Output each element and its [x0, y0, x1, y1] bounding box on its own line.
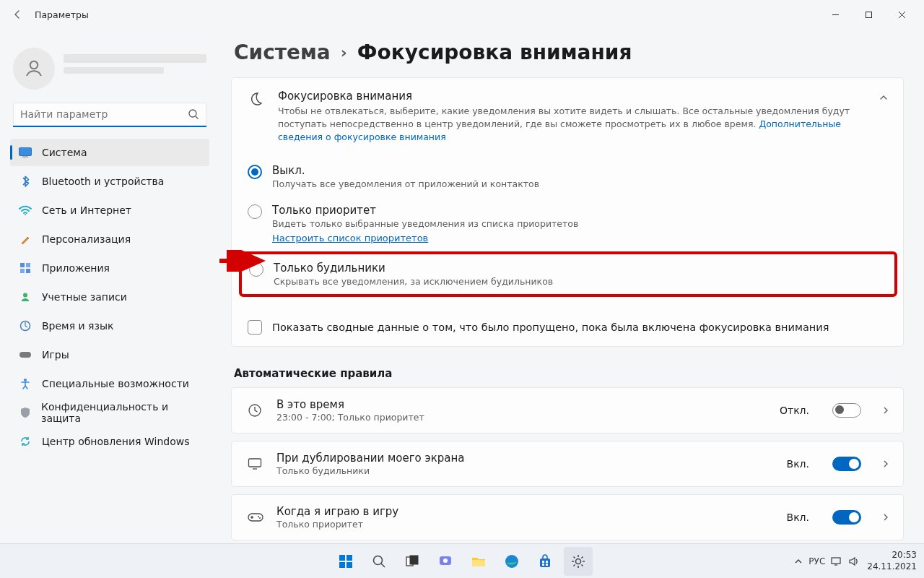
- sidebar-item-bluetooth[interactable]: Bluetooth и устройства: [10, 168, 209, 195]
- svg-point-17: [258, 516, 259, 517]
- toggle-switch[interactable]: [832, 510, 861, 525]
- radio-option-priority[interactable]: Только приоритет Видеть только выбранные…: [248, 197, 889, 251]
- svg-rect-7: [26, 263, 30, 267]
- svg-rect-6: [20, 263, 25, 267]
- svg-rect-25: [410, 556, 418, 564]
- sidebar-item-label: Bluetooth и устройства: [42, 176, 164, 187]
- radio-option-alarms[interactable]: Только будильники Скрывать все уведомлен…: [249, 260, 887, 290]
- gamepad-icon: [248, 512, 263, 522]
- search-input[interactable]: [13, 103, 206, 127]
- rule-duplicate-screen[interactable]: При дублировании моего экрана Только буд…: [231, 441, 904, 487]
- svg-point-13: [24, 379, 27, 381]
- network-icon[interactable]: [831, 556, 842, 566]
- svg-rect-28: [472, 560, 485, 566]
- sidebar-item-system[interactable]: Система: [10, 139, 209, 166]
- focus-assist-title: Фокусировка внимания: [278, 90, 866, 103]
- toggle-switch[interactable]: [832, 457, 861, 471]
- automatic-rules-heading: Автоматические правила: [231, 354, 904, 387]
- shield-icon: [19, 406, 31, 419]
- maximize-button[interactable]: [852, 3, 885, 26]
- svg-point-2: [189, 110, 196, 117]
- file-explorer-button[interactable]: [464, 547, 493, 576]
- priority-list-link[interactable]: Настроить список приоритетов: [272, 233, 428, 243]
- svg-rect-9: [26, 269, 30, 273]
- sidebar-item-network[interactable]: Сеть и Интернет: [10, 197, 209, 224]
- toggle-switch[interactable]: [832, 403, 861, 418]
- checkbox-label: Показать сводные данные о том, что было …: [272, 322, 829, 333]
- rule-state: Вкл.: [787, 512, 809, 523]
- breadcrumb-parent[interactable]: Система: [234, 40, 331, 64]
- chevron-right-icon: ›: [341, 43, 347, 61]
- sidebar-item-label: Центр обновления Windows: [42, 436, 189, 447]
- start-button[interactable]: [331, 547, 360, 576]
- system-icon: [19, 146, 32, 159]
- radio-label: Только будильники: [274, 262, 887, 275]
- svg-point-29: [505, 555, 518, 568]
- summary-checkbox-row[interactable]: Показать сводные данные о том, что было …: [232, 310, 903, 346]
- sidebar-item-privacy[interactable]: Конфиденциальность и защита: [10, 399, 209, 426]
- rule-gaming[interactable]: Когда я играю в игру Только приоритет Вк…: [231, 494, 904, 540]
- focus-assist-header[interactable]: Фокусировка внимания Чтобы не отвлекатьс…: [232, 78, 903, 154]
- sidebar-item-label: Приложения: [42, 262, 110, 274]
- user-block[interactable]: [10, 35, 209, 103]
- moon-icon: [248, 90, 265, 107]
- radio-sublabel: Скрывать все уведомления, за исключением…: [274, 275, 887, 288]
- sidebar-item-apps[interactable]: Приложения: [10, 254, 209, 282]
- main-content: Система › Фокусировка внимания Фокусиров…: [217, 29, 924, 543]
- svg-rect-19: [339, 555, 345, 561]
- chevron-up-icon: [879, 90, 889, 103]
- focus-assist-description: Чтобы не отвлекаться, выберите, какие ув…: [278, 105, 866, 144]
- settings-button[interactable]: [564, 547, 593, 576]
- svg-rect-0: [866, 12, 871, 17]
- paintbrush-icon: [19, 233, 32, 246]
- sidebar: Система Bluetooth и устройства Сеть и Ин…: [0, 29, 217, 543]
- task-view-button[interactable]: [398, 547, 427, 576]
- titlebar: Параметры: [0, 0, 924, 29]
- sidebar-item-personalization[interactable]: Персонализация: [10, 225, 209, 253]
- focus-radio-group: Выкл. Получать все уведомления от прилож…: [232, 154, 903, 310]
- accessibility-icon: [19, 377, 32, 390]
- volume-icon[interactable]: [848, 556, 860, 566]
- breadcrumb: Система › Фокусировка внимания: [231, 33, 904, 77]
- minimize-button[interactable]: [819, 3, 852, 26]
- breadcrumb-current: Фокусировка внимания: [357, 40, 632, 64]
- clock-date: 24.11.2021: [867, 561, 917, 573]
- rule-time[interactable]: В это время 23:00 - 7:00; Только приорит…: [231, 387, 904, 434]
- radio-option-off[interactable]: Выкл. Получать все уведомления от прилож…: [248, 157, 889, 197]
- clock[interactable]: 20:53 24.11.2021: [867, 550, 917, 572]
- svg-rect-34: [546, 564, 548, 566]
- edge-button[interactable]: [497, 547, 526, 576]
- back-button[interactable]: [6, 3, 29, 26]
- svg-rect-33: [542, 564, 544, 566]
- checkbox-indicator: [248, 320, 262, 335]
- radio-sublabel: Получать все уведомления от приложений и…: [272, 178, 889, 191]
- chevron-right-icon: [881, 406, 890, 415]
- sidebar-item-label: Сеть и Интернет: [42, 204, 131, 216]
- sidebar-item-label: Игры: [42, 349, 69, 361]
- chat-button[interactable]: [431, 547, 460, 576]
- sidebar-item-windows-update[interactable]: Центр обновления Windows: [10, 428, 209, 455]
- chevron-right-icon: [881, 513, 890, 522]
- rule-sub: Только приоритет: [276, 519, 774, 530]
- svg-point-5: [25, 214, 26, 215]
- svg-point-23: [374, 556, 383, 564]
- clock-icon: [248, 403, 263, 418]
- sidebar-item-accounts[interactable]: Учетные записи: [10, 283, 209, 311]
- close-button[interactable]: [885, 3, 918, 26]
- language-indicator[interactable]: РУС: [808, 556, 825, 566]
- sidebar-item-gaming[interactable]: Игры: [10, 341, 209, 368]
- store-button[interactable]: [531, 547, 559, 576]
- globe-clock-icon: [19, 319, 32, 332]
- person-icon: [19, 290, 32, 303]
- chevron-right-icon: [881, 460, 890, 468]
- bluetooth-icon: [19, 175, 32, 188]
- radio-label: Только приоритет: [272, 204, 889, 217]
- sidebar-item-time-language[interactable]: Время и язык: [10, 312, 209, 340]
- taskbar-search-button[interactable]: [365, 547, 393, 576]
- clock-time: 20:53: [867, 550, 917, 561]
- sidebar-item-accessibility[interactable]: Специальные возможности: [10, 370, 209, 397]
- radio-indicator: [248, 204, 262, 219]
- tray-chevron-up-icon[interactable]: [794, 557, 803, 566]
- rule-state: Вкл.: [787, 458, 809, 470]
- svg-rect-22: [346, 562, 352, 568]
